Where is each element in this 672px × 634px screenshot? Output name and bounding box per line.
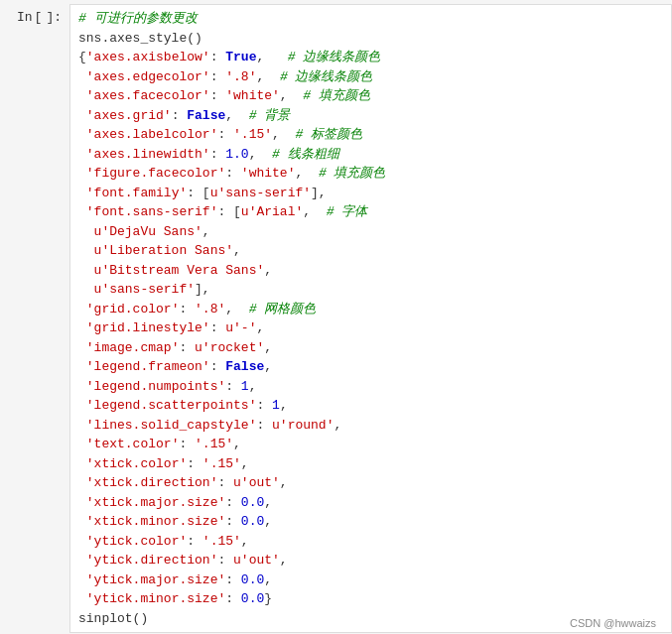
code-line-6: 'axes.grid': False, # 背景 <box>78 106 663 126</box>
code-line-2: sns.axes_style() <box>78 29 663 49</box>
code-line-19: 'legend.frameon': False, <box>78 357 663 377</box>
cell-content: # 可进行的参数更改 sns.axes_style() {'axes.axisb… <box>69 4 672 633</box>
comment-text: # 可进行的参数更改 <box>78 11 198 26</box>
code-line-14: u'Bitstream Vera Sans', <box>78 261 663 281</box>
code-line-8: 'axes.linewidth': 1.0, # 线条粗细 <box>78 145 663 165</box>
code-line-9: 'figure.facecolor': 'white', # 填充颜色 <box>78 164 663 184</box>
code-line-23: 'text.color': '.15', <box>78 435 663 454</box>
code-line-29: 'ytick.direction': u'out', <box>78 551 663 571</box>
code-line-4: 'axes.edgecolor': '.8', # 边缘线条颜色 <box>78 67 663 87</box>
code-line-20: 'legend.numpoints': 1, <box>78 377 663 397</box>
code-line-11: 'font.sans-serif': [u'Arial', # 字体 <box>78 202 663 222</box>
code-line-16: 'grid.color': '.8', # 网格颜色 <box>78 300 663 319</box>
code-line-13: u'Liberation Sans', <box>78 241 663 261</box>
code-line-5: 'axes.facecolor': 'white', # 填充颜色 <box>78 86 663 106</box>
code-line-30: 'ytick.major.size': 0.0, <box>78 571 663 590</box>
notebook-cell: In [ ]: # 可进行的参数更改 sns.axes_style() {'ax… <box>0 0 672 634</box>
code-line-7: 'axes.labelcolor': '.15', # 标签颜色 <box>78 125 663 145</box>
bracket-open: [ <box>35 10 43 25</box>
code-line-15: u'sans-serif'], <box>78 280 663 300</box>
cell-gutter: In [ ]: <box>0 4 69 633</box>
code-line-1: # 可进行的参数更改 <box>78 9 663 29</box>
code-line-21: 'legend.scatterpoints': 1, <box>78 396 663 416</box>
code-line-12: u'DejaVu Sans', <box>78 222 663 242</box>
code-line-22: 'lines.solid_capstyle': u'round', <box>78 416 663 436</box>
notebook-wrapper: In [ ]: # 可进行的参数更改 sns.axes_style() {'ax… <box>0 0 672 634</box>
footer-attribution: CSDN @hwwaizs <box>570 617 656 629</box>
code-line-25: 'xtick.direction': u'out', <box>78 473 663 493</box>
code-line-17: 'grid.linestyle': u'-', <box>78 318 663 338</box>
bracket-close: ]: <box>46 10 62 25</box>
code-line-26: 'xtick.major.size': 0.0, <box>78 493 663 513</box>
code-line-18: 'image.cmap': u'rocket', <box>78 338 663 358</box>
code-line-31: 'ytick.minor.size': 0.0} <box>78 589 663 609</box>
code-line-3: {'axes.axisbelow': True, # 边缘线条颜色 <box>78 48 663 67</box>
code-line-28: 'ytick.color': '.15', <box>78 532 663 552</box>
cell-label: In [ ]: <box>17 8 62 25</box>
in-label: In <box>17 10 33 25</box>
code-line-27: 'xtick.minor.size': 0.0, <box>78 512 663 532</box>
code-line-10: 'font.family': [u'sans-serif'], <box>78 184 663 203</box>
code-line-24: 'xtick.color': '.15', <box>78 454 663 474</box>
